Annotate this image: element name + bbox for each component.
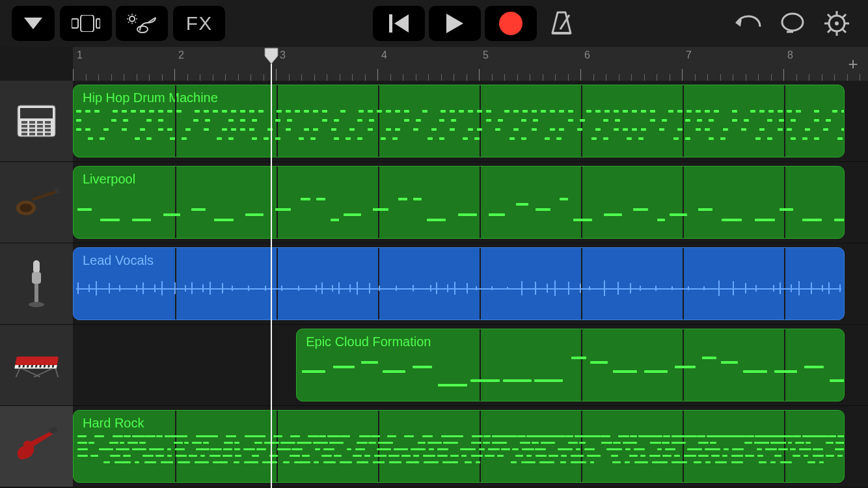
svg-rect-26 xyxy=(21,121,27,124)
loop-button[interactable] xyxy=(773,6,812,41)
svg-rect-46 xyxy=(33,260,40,273)
svg-rect-34 xyxy=(21,129,27,131)
undo-button[interactable] xyxy=(729,6,768,41)
svg-rect-32 xyxy=(37,125,43,128)
fx-button[interactable]: FX xyxy=(173,6,225,41)
transport-controls xyxy=(373,6,537,41)
track-row: Lead Vocals xyxy=(0,243,868,325)
track-row: Hard Rock xyxy=(0,406,868,487)
svg-rect-27 xyxy=(29,121,35,124)
track-lane[interactable]: Hip Hop Drum Machine xyxy=(73,81,838,161)
region[interactable]: Epic Cloud Formation xyxy=(296,329,844,401)
track-row: Liverpool xyxy=(0,162,868,243)
bar-number: 3 xyxy=(280,49,286,61)
svg-rect-2 xyxy=(81,15,94,32)
region-label: Hip Hop Drum Machine xyxy=(83,90,835,105)
bar-number: 6 xyxy=(584,49,590,61)
browser-button[interactable] xyxy=(60,6,112,41)
svg-rect-35 xyxy=(29,129,35,131)
timeline-ruler[interactable]: 12345678 xyxy=(73,47,838,81)
bar-number: 7 xyxy=(686,49,692,61)
region-label: Lead Vocals xyxy=(83,253,835,268)
ruler-corner xyxy=(0,47,73,81)
track-lane[interactable]: Epic Cloud Formation xyxy=(73,325,838,405)
track-header-electric-guitar[interactable] xyxy=(0,406,73,487)
svg-rect-41 xyxy=(45,133,51,135)
svg-marker-8 xyxy=(394,14,409,33)
add-icon: + xyxy=(848,54,858,74)
browser-icon xyxy=(72,15,100,32)
svg-line-62 xyxy=(55,369,58,377)
bar-number: 1 xyxy=(77,49,83,61)
track-lane[interactable]: Lead Vocals xyxy=(73,243,838,324)
play-icon xyxy=(446,14,463,33)
track-lane[interactable]: Liverpool xyxy=(73,162,838,243)
svg-point-43 xyxy=(20,204,32,212)
svg-line-22 xyxy=(828,29,831,33)
svg-rect-33 xyxy=(45,125,51,128)
region[interactable]: Hard Rock xyxy=(73,410,845,483)
svg-rect-31 xyxy=(29,125,35,128)
svg-point-4 xyxy=(129,16,135,21)
svg-rect-28 xyxy=(37,121,43,124)
electric-guitar-icon xyxy=(14,424,59,469)
svg-line-64 xyxy=(34,369,52,377)
add-bar-button[interactable]: + xyxy=(838,47,868,81)
svg-rect-47 xyxy=(32,272,41,284)
region-label: Hard Rock xyxy=(83,416,835,431)
metronome-button[interactable] xyxy=(542,6,581,41)
play-button[interactable] xyxy=(429,6,481,41)
svg-rect-1 xyxy=(72,19,78,28)
rewind-icon xyxy=(389,14,409,33)
track-row: Epic Cloud Formation xyxy=(0,325,868,406)
region-label: Liverpool xyxy=(83,172,835,187)
microphone-icon xyxy=(14,261,59,306)
bar-number: 4 xyxy=(381,49,387,61)
region[interactable]: Liverpool xyxy=(73,166,845,239)
svg-line-23 xyxy=(843,14,846,18)
record-icon xyxy=(499,12,522,35)
svg-rect-37 xyxy=(45,129,51,131)
svg-rect-29 xyxy=(45,121,51,124)
track-lane[interactable]: Hard Rock xyxy=(73,406,838,487)
bass-guitar-icon xyxy=(14,180,59,225)
svg-rect-36 xyxy=(37,129,43,131)
svg-rect-39 xyxy=(29,133,35,135)
dropdown-icon xyxy=(24,18,42,29)
settings-gear-icon xyxy=(824,11,849,36)
track-header-microphone[interactable] xyxy=(0,243,73,324)
settings-button[interactable] xyxy=(817,6,856,41)
rewind-button[interactable] xyxy=(373,6,425,41)
metronome-icon xyxy=(550,11,573,36)
svg-rect-3 xyxy=(96,19,100,28)
track-row: Hip Hop Drum Machine xyxy=(0,81,868,162)
track-header-bass-guitar[interactable] xyxy=(0,162,73,243)
keyboard-icon xyxy=(14,342,59,388)
region-label: Epic Cloud Formation xyxy=(306,334,834,349)
bar-number: 8 xyxy=(787,49,793,61)
region[interactable]: Lead Vocals xyxy=(73,247,845,320)
fx-label: FX xyxy=(186,12,212,34)
svg-point-49 xyxy=(29,302,44,307)
top-toolbar: FX xyxy=(0,0,868,47)
record-button[interactable] xyxy=(485,6,537,41)
region[interactable]: Hip Hop Drum Machine xyxy=(73,85,845,157)
svg-rect-30 xyxy=(21,125,27,128)
bar-number: 5 xyxy=(483,49,489,61)
bar-number: 2 xyxy=(178,49,184,61)
svg-rect-50 xyxy=(15,357,59,366)
ruler-row: 12345678 + xyxy=(0,47,868,81)
dropdown-button[interactable] xyxy=(12,6,55,41)
svg-rect-25 xyxy=(20,108,53,118)
view-group xyxy=(60,6,168,41)
svg-point-13 xyxy=(782,14,803,31)
svg-rect-7 xyxy=(389,14,392,33)
tracks-area: Hip Hop Drum MachineLiverpoolLead Vocals… xyxy=(0,81,868,487)
instrument-settings-button[interactable] xyxy=(116,6,168,41)
svg-point-15 xyxy=(835,21,839,25)
svg-line-61 xyxy=(16,369,20,377)
track-header-keyboard[interactable] xyxy=(0,325,73,405)
svg-point-5 xyxy=(137,26,148,33)
svg-rect-40 xyxy=(37,133,43,135)
track-header-drum-machine[interactable] xyxy=(0,81,73,161)
